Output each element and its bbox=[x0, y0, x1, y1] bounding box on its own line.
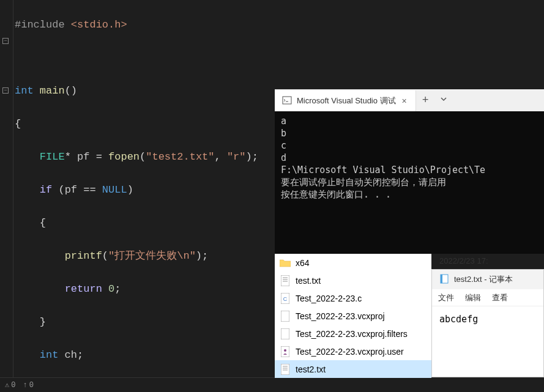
close-icon[interactable]: × bbox=[401, 95, 408, 107]
svg-point-11 bbox=[284, 349, 286, 352]
file-row[interactable]: test.txt bbox=[275, 272, 431, 289]
notepad-titlebar[interactable]: test2.txt - 记事本 bbox=[432, 270, 543, 289]
up-count: 0 bbox=[29, 381, 34, 390]
console-output[interactable]: a b c d F:\Microsoft Visual Studio\Proje… bbox=[275, 111, 544, 254]
warning-count: 0 bbox=[11, 381, 15, 390]
text-file-icon bbox=[280, 364, 291, 375]
include-header: <stdio.h> bbox=[65, 19, 127, 31]
notepad-content[interactable]: abcdefg bbox=[432, 306, 543, 377]
svg-rect-9 bbox=[281, 328, 289, 339]
notepad-window: test2.txt - 记事本 文件 编辑 查看 abcdefg bbox=[431, 269, 544, 377]
folder-icon bbox=[280, 257, 291, 268]
warning-indicator[interactable]: ⚠ 0 bbox=[5, 380, 15, 390]
console-line: a bbox=[281, 115, 538, 127]
fold-marker-icon[interactable]: − bbox=[2, 87, 9, 94]
console-line: c bbox=[281, 139, 538, 152]
file-name: test2.txt bbox=[296, 364, 326, 374]
up-indicator[interactable]: ↑ 0 bbox=[23, 381, 33, 390]
file-row-selected[interactable]: test2.txt bbox=[275, 360, 431, 378]
notepad-title: test2.txt - 记事本 bbox=[454, 274, 513, 285]
svg-rect-17 bbox=[441, 275, 442, 283]
project-file-icon bbox=[280, 311, 291, 322]
file-name: Test_2022-2-23.vcxproj.filters bbox=[296, 329, 408, 339]
file-explorer: x64 test.txt C Test_2022-2-23.c Test_202… bbox=[275, 254, 431, 377]
folder-row[interactable]: x64 bbox=[275, 254, 431, 272]
file-name: x64 bbox=[296, 258, 310, 268]
menu-file[interactable]: 文件 bbox=[438, 292, 454, 303]
console-line: b bbox=[281, 127, 538, 139]
svg-rect-8 bbox=[281, 311, 289, 322]
fold-marker-icon[interactable]: − bbox=[2, 38, 9, 44]
file-row[interactable]: Test_2022-2-23.vcxproj.filters bbox=[275, 325, 431, 342]
file-name: Test_2022-2-23.vcxproj.user bbox=[296, 347, 404, 357]
c-file-icon: C bbox=[280, 293, 291, 304]
file-row[interactable]: C Test_2022-2-23.c bbox=[275, 289, 431, 307]
console-tabbar: Microsoft Visual Studio 调试 × + bbox=[275, 89, 544, 111]
tab-actions: + bbox=[416, 94, 453, 106]
console-line: d bbox=[281, 152, 538, 164]
warning-icon: ⚠ bbox=[5, 380, 9, 390]
file-name: Test_2022-2-23.c bbox=[296, 294, 362, 303]
file-name: Test_2022-2-23.vcxproj bbox=[296, 311, 385, 321]
svg-rect-12 bbox=[281, 364, 289, 375]
file-date: 2022/2/23 17: bbox=[439, 256, 488, 265]
menu-view[interactable]: 查看 bbox=[492, 292, 508, 303]
status-bar: ⚠ 0 ↑ 0 bbox=[0, 377, 544, 392]
console-line: 按任意键关闭此窗口. . . bbox=[281, 188, 538, 201]
file-row[interactable]: Test_2022-2-23.vcxproj bbox=[275, 307, 431, 325]
editor-gutter: − − bbox=[0, 0, 13, 392]
terminal-icon bbox=[282, 95, 292, 107]
chevron-down-icon[interactable] bbox=[440, 95, 447, 106]
svg-rect-0 bbox=[283, 97, 291, 104]
console-window: Microsoft Visual Studio 调试 × + a b c d F… bbox=[275, 89, 544, 254]
file-icon bbox=[280, 328, 291, 339]
user-file-icon bbox=[280, 346, 291, 357]
console-line: 要在调试停止时自动关闭控制台，请启用 bbox=[281, 176, 538, 188]
tab-title: Microsoft Visual Studio 调试 bbox=[297, 95, 396, 106]
svg-text:C: C bbox=[283, 296, 288, 302]
new-tab-icon[interactable]: + bbox=[422, 94, 429, 106]
code-content[interactable]: #include <stdio.h> int main() { FILE* pf… bbox=[15, 0, 269, 392]
file-row[interactable]: Test_2022-2-23.vcxproj.user bbox=[275, 342, 431, 360]
notepad-menu: 文件 编辑 查看 bbox=[432, 289, 543, 306]
console-tab[interactable]: Microsoft Visual Studio 调试 × bbox=[275, 91, 416, 111]
arrow-up-icon: ↑ bbox=[23, 381, 27, 390]
preprocessor: #include bbox=[15, 19, 65, 31]
text-file-icon bbox=[280, 275, 291, 286]
svg-rect-2 bbox=[281, 275, 289, 286]
console-line: F:\Microsoft Visual Studio\Project\Te bbox=[281, 164, 538, 176]
notepad-icon bbox=[439, 274, 449, 286]
file-name: test.txt bbox=[296, 276, 321, 286]
menu-edit[interactable]: 编辑 bbox=[465, 292, 481, 303]
